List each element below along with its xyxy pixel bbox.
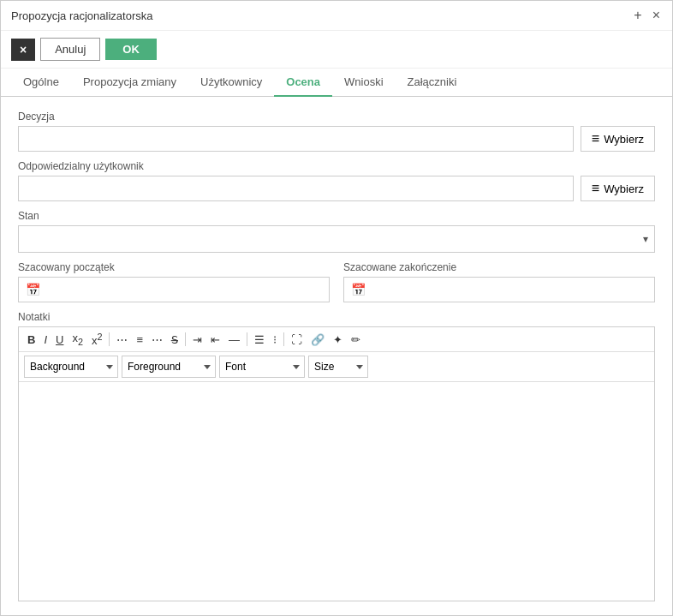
tab-ogolne[interactable]: Ogólne: [11, 69, 71, 97]
szacowane-zakonczenie-label: Szacowane zakończenie: [343, 261, 655, 273]
cancel-button[interactable]: Anuluj: [40, 38, 100, 61]
magic-button[interactable]: ✦: [330, 332, 346, 347]
separator-2: [185, 332, 186, 346]
content: Decyzja Wybierz Odpowiedzialny użytkowni…: [1, 97, 672, 615]
szacowany-poczatek-input[interactable]: [47, 278, 329, 302]
erase-button[interactable]: ✏: [348, 332, 364, 347]
indent-button[interactable]: ⇥: [189, 332, 205, 347]
unordered-list-button[interactable]: ⁝: [270, 332, 280, 347]
odpowiedzialny-input[interactable]: [18, 176, 574, 201]
odpowiedzialny-group: Odpowiedzialny użytkownik Wybierz: [18, 160, 655, 201]
toolbar: × Anuluj OK: [1, 31, 672, 69]
close-x-button[interactable]: ×: [11, 39, 35, 61]
notatki-section: Notatki B I U x2 x2 ⋯ ≡ ⋯ S̶ ⇥ ⇤: [18, 311, 655, 601]
strikethrough-button[interactable]: S̶: [168, 332, 182, 347]
odpowiedzialny-row: Wybierz: [18, 176, 655, 201]
hr-button[interactable]: —: [225, 332, 243, 347]
ok-button[interactable]: OK: [105, 39, 157, 60]
titlebar: Propozycja racjonalizatorska + ×: [1, 1, 672, 31]
szacowane-zakonczenie-group: Szacowane zakończenie 📅: [343, 261, 655, 302]
superscript-button[interactable]: x2: [88, 331, 106, 348]
tab-uzytkownicy[interactable]: Użytkownicy: [188, 69, 274, 97]
decyzja-label: Decyzja: [18, 111, 655, 123]
stan-group: Stan ▾: [18, 210, 655, 253]
tab-wnioski[interactable]: Wnioski: [332, 69, 396, 97]
szacowany-poczatek-group: Szacowany początek 📅: [18, 261, 330, 302]
szacowane-zakonczenie-wrap: 📅: [343, 277, 655, 302]
outdent-button[interactable]: ⇤: [207, 332, 223, 347]
tab-propozycja[interactable]: Propozycja zmiany: [71, 69, 188, 97]
titlebar-plus-button[interactable]: +: [632, 8, 643, 23]
odpowiedzialny-wybierz-label: Wybierz: [604, 182, 644, 195]
szacowany-poczatek-wrap: 📅: [18, 277, 330, 302]
align-right-button[interactable]: ⋯: [148, 332, 166, 347]
calendar-icon-start: 📅: [19, 283, 47, 296]
size-select[interactable]: Size 8 10 12 14 16 18 24 36: [308, 356, 368, 378]
odpowiedzialny-wybierz-button[interactable]: Wybierz: [581, 176, 655, 201]
italic-button[interactable]: I: [40, 332, 51, 347]
titlebar-close-button[interactable]: ×: [651, 8, 662, 23]
odpowiedzialny-label: Odpowiedzialny użytkownik: [18, 160, 655, 172]
tabs: Ogólne Propozycja zmiany Użytkownicy Oce…: [1, 69, 672, 97]
stan-select[interactable]: [18, 225, 655, 253]
foreground-select[interactable]: Foreground Black White Red Blue Green: [122, 356, 216, 378]
bold-button[interactable]: B: [24, 332, 39, 347]
dialog: Propozycja racjonalizatorska + × × Anulu…: [0, 0, 673, 616]
editor-body[interactable]: [19, 382, 654, 601]
szacowane-zakonczenie-input[interactable]: [372, 278, 654, 302]
decyzja-wybierz-button[interactable]: Wybierz: [581, 126, 655, 152]
list-icon-2: [592, 181, 599, 196]
underline-button[interactable]: U: [52, 332, 67, 347]
dates-row: Szacowany początek 📅 Szacowane zakończen…: [18, 261, 655, 302]
align-center-button[interactable]: ≡: [133, 332, 146, 347]
stan-select-wrapper: ▾: [18, 225, 655, 253]
tab-ocena[interactable]: Ocena: [274, 69, 332, 97]
background-select[interactable]: Background White Black Red Blue Green: [24, 356, 118, 378]
decyzja-group: Decyzja Wybierz: [18, 111, 655, 152]
decyzja-row: Wybierz: [18, 126, 655, 152]
tab-zalaczniki[interactable]: Załączniki: [396, 69, 469, 97]
subscript-button[interactable]: x2: [68, 331, 86, 348]
decyzja-input[interactable]: [18, 126, 574, 152]
separator-4: [283, 332, 284, 346]
list-icon: [592, 131, 599, 147]
szacowany-poczatek-label: Szacowany początek: [18, 261, 330, 273]
editor-toolbar: B I U x2 x2 ⋯ ≡ ⋯ S̶ ⇥ ⇤ — ☰ ⁝: [19, 327, 654, 352]
font-select[interactable]: Font Arial Times New Roman Courier New: [219, 356, 305, 378]
titlebar-actions: + ×: [632, 8, 662, 23]
notatki-label: Notatki: [18, 311, 655, 323]
decyzja-wybierz-label: Wybierz: [604, 133, 644, 146]
separator-1: [109, 332, 110, 346]
editor-selects-row: Background White Black Red Blue Green Fo…: [19, 352, 654, 382]
link-button[interactable]: 🔗: [307, 332, 328, 347]
ordered-list-button[interactable]: ☰: [251, 332, 268, 347]
stan-label: Stan: [18, 210, 655, 222]
align-left-button[interactable]: ⋯: [113, 332, 131, 347]
image-button[interactable]: ⛶: [288, 332, 306, 347]
editor-container: B I U x2 x2 ⋯ ≡ ⋯ S̶ ⇥ ⇤ — ☰ ⁝: [18, 326, 655, 601]
dialog-title: Propozycja racjonalizatorska: [11, 9, 152, 22]
separator-3: [247, 332, 247, 346]
calendar-icon-end: 📅: [344, 283, 372, 296]
